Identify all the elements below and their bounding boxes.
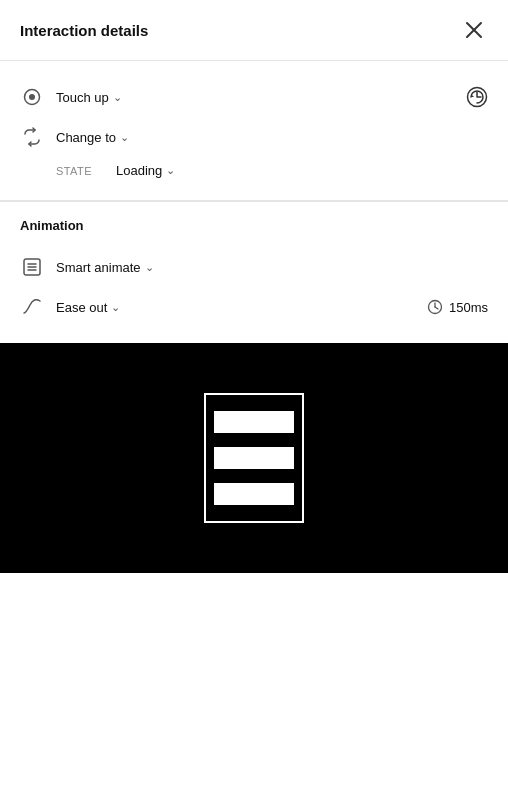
action-chevron: ⌄ xyxy=(120,131,129,144)
close-button[interactable] xyxy=(460,16,488,44)
touch-icon-wrapper xyxy=(20,85,44,109)
svg-line-12 xyxy=(435,307,438,309)
state-value-selector[interactable]: Loading ⌄ xyxy=(116,163,175,178)
badge-icon xyxy=(466,86,488,108)
mockup-bar-2 xyxy=(214,447,294,469)
mockup-bar-3 xyxy=(214,483,294,505)
panel-title: Interaction details xyxy=(20,22,148,39)
trigger-label[interactable]: Touch up ⌄ xyxy=(56,90,122,105)
easing-row: Ease out ⌄ 150ms xyxy=(20,287,488,327)
mockup-frame xyxy=(204,393,304,523)
animation-section: Animation Smart animate ⌄ Ease out xyxy=(0,201,508,343)
trigger-action-section: Touch up ⌄ Change to ⌄ xyxy=(0,61,508,200)
touch-icon xyxy=(23,88,41,106)
duration-label: 150ms xyxy=(449,300,488,315)
duration-group: 150ms xyxy=(427,299,488,315)
easing-label[interactable]: Ease out ⌄ xyxy=(56,300,120,315)
trigger-chevron: ⌄ xyxy=(113,91,122,104)
mockup-bar-1 xyxy=(214,411,294,433)
state-chevron: ⌄ xyxy=(166,164,175,177)
change-icon xyxy=(22,127,42,147)
easing-chevron: ⌄ xyxy=(111,301,120,314)
animation-type-row: Smart animate ⌄ xyxy=(20,247,488,287)
easing-left: Ease out ⌄ xyxy=(20,295,120,319)
action-row: Change to ⌄ xyxy=(20,117,488,157)
animation-section-title: Animation xyxy=(20,218,488,233)
smart-animate-icon-wrapper xyxy=(20,255,44,279)
animation-preview xyxy=(0,343,508,573)
ease-out-icon xyxy=(22,297,42,317)
svg-point-3 xyxy=(29,94,35,100)
animation-type-label[interactable]: Smart animate ⌄ xyxy=(56,260,154,275)
animation-type-chevron: ⌄ xyxy=(145,261,154,274)
action-label[interactable]: Change to ⌄ xyxy=(56,130,129,145)
trigger-badge xyxy=(466,86,488,108)
ease-icon-wrapper xyxy=(20,295,44,319)
state-row: STATE Loading ⌄ xyxy=(20,157,488,184)
duration-icon xyxy=(427,299,443,315)
close-icon xyxy=(465,21,483,39)
smart-animate-icon xyxy=(22,257,42,277)
state-key: STATE xyxy=(56,165,92,177)
header: Interaction details xyxy=(0,0,508,60)
change-icon-wrapper xyxy=(20,125,44,149)
trigger-row: Touch up ⌄ xyxy=(20,77,488,117)
